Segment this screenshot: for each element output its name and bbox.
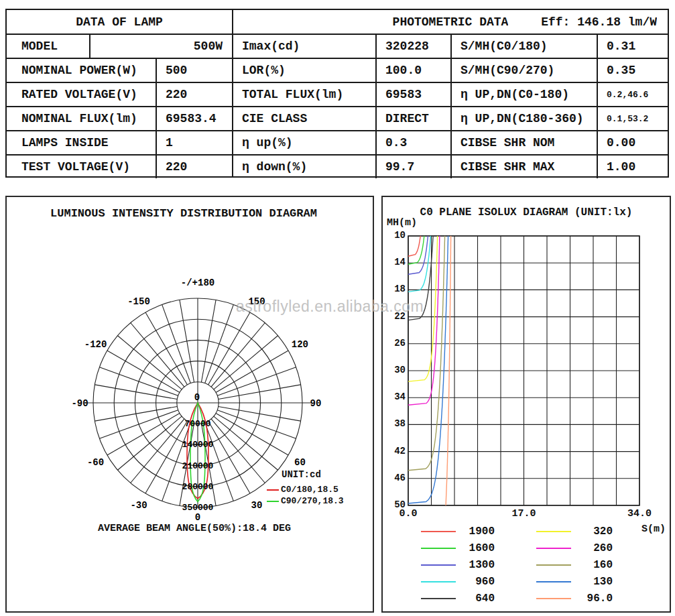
contour-value-label: 320 [571,526,613,538]
contour-value-label: 640 [456,593,495,605]
lamp-row-label: TEST VOLTAGE(V) [7,156,156,178]
legend-item: C90/270,18.3 [267,495,344,507]
photo-label: CIBSE SHR NOM [450,131,597,154]
svg-text:280000: 280000 [182,482,214,492]
photo-value: 320228 [375,35,450,58]
table-row: η down(%) 99.7 CIBSE SHR MAX 1.00 [233,154,668,178]
lamp-row-value: 500W [89,35,232,58]
legend-item: 640 [421,592,495,605]
table-row: CIE CLASS DIRECT η UP,DN(C180-360) 0.1,5… [233,106,668,130]
photo-value: 69583 [375,83,450,106]
polar-legend: UNIT:cd C0/180,18.5 C90/270,18.3 [267,469,344,507]
table-row: LAMPS INSIDE 1 [7,130,232,154]
lamp-row-label: MODEL [7,35,89,58]
legend-item: 1900 [421,525,495,538]
photo-label: η down(%) [233,156,375,178]
svg-text:-/+180: -/+180 [181,278,214,288]
photo-label: η up(%) [233,131,375,154]
contour-value-label: 1300 [456,559,495,571]
photo-label: CIE CLASS [233,107,375,130]
y-tick-label: 38 [383,419,406,428]
table-row: NOMINAL FLUX(lm) 69583.4 [7,106,232,130]
photometric-report: DATA OF LAMP MODEL 500W NOMINAL POWER(W)… [0,0,675,616]
y-tick-label: 18 [383,284,406,294]
average-beam-angle-caption: AVERAGE BEAM ANGLE(50%):18.4 DEG [13,523,375,534]
photo-value: 0.3 [375,131,450,154]
lamp-row-label: NOMINAL POWER(W) [7,59,156,82]
legend-item: 1300 [421,558,495,572]
photo-label: S/MH(C90/270) [450,59,597,82]
photometric-section-title: PHOTOMETRIC DATA [393,10,509,34]
table-row: LOR(%) 100.0 S/MH(C90/270) 0.35 [233,58,668,82]
c90-270-line-swatch [267,501,279,502]
svg-text:-150: -150 [127,296,150,307]
contour-value-label: 260 [571,542,613,554]
contour-value-label: 130 [571,576,613,588]
photo-value: 1.00 [597,156,668,178]
lamp-section-title: DATA OF LAMP [7,10,232,34]
photo-value: 100.0 [375,59,450,82]
table-row: TOTAL FLUX(lm) 69583 η UP,DN(C0-180) 0.2… [233,82,668,106]
table-row: RATED VOLTAGE(V) 220 [7,82,232,106]
lamp-data-section: DATA OF LAMP MODEL 500W NOMINAL POWER(W)… [7,10,232,176]
contour-value-label: 1900 [456,526,495,538]
contour-line-swatch [421,581,456,582]
photo-value: 0.00 [597,131,668,154]
data-table: DATA OF LAMP MODEL 500W NOMINAL POWER(W)… [5,9,669,178]
svg-text:90: 90 [310,398,322,409]
photo-value: 0.31 [597,35,668,58]
legend-item: 130 [536,575,613,589]
legend-label: C90/270,18.3 [281,496,344,506]
c0-180-line-swatch [267,489,279,491]
y-tick-label: 34 [383,392,406,402]
photo-label: η UP,DN(C180-360) [450,107,597,130]
contour-value-label: 160 [571,559,613,571]
contour-line-swatch [421,598,456,599]
photo-value: 0.35 [597,59,668,82]
svg-text:70000: 70000 [184,419,210,429]
lamp-row-label: RATED VOLTAGE(V) [7,83,156,106]
x-tick-label: 17.0 [505,508,543,519]
contour-line-swatch [421,564,456,566]
x-tick-label: 34.0 [621,508,658,519]
photo-label: TOTAL FLUX(lm) [233,83,375,106]
luminous-intensity-panel: LUMINOUS INTENSITY DISTRIBUTION DIAGRAM … [5,196,374,613]
table-row: MODEL 500W [7,34,232,58]
polar-intensity-chart: 700001400002100002800003500000-/+1801501… [7,197,373,611]
lamp-row-label: LAMPS INSIDE [7,131,156,154]
legend-item: 320 [536,525,613,538]
svg-text:140000: 140000 [182,440,214,450]
lamp-row-value: 1 [156,131,232,154]
y-tick-label: 46 [383,473,406,483]
table-row: NOMINAL POWER(W) 500 [7,58,232,82]
legend-item: 1600 [421,542,495,555]
table-row: TEST VOLTAGE(V) 220 [7,154,232,178]
svg-text:120: 120 [292,339,308,350]
photo-label: LOR(%) [233,59,375,82]
legend-label: C0/180,18.5 [281,485,339,495]
photo-label: CIBSE SHR MAX [450,156,597,178]
table-row: Imax(cd) 320228 S/MH(C0/180) 0.31 [233,34,668,58]
photo-value: 99.7 [375,156,450,178]
y-tick-label: 10 [383,231,406,240]
svg-text:-60: -60 [87,457,104,468]
contour-line-swatch [536,598,571,599]
contour-line-swatch [421,531,456,532]
legend-item: C0/180,18.5 [267,484,344,495]
contour-line-swatch [421,548,456,549]
svg-text:350000: 350000 [182,503,214,513]
lamp-row-value: 500 [156,59,232,82]
photometric-data-section: PHOTOMETRIC DATA Eff: 146.18 lm/W Imax(c… [232,10,668,176]
lamp-row-value: 220 [156,156,232,178]
photo-value: DIRECT [375,107,450,130]
y-tick-label: 14 [383,257,406,267]
y-tick-label: 26 [383,338,406,348]
x-axis-label: S(m) [628,523,666,535]
y-tick-label: 30 [383,365,406,375]
polar-unit-label: UNIT:cd [282,469,344,480]
contour-line-swatch [536,531,571,532]
lamp-row-value: 220 [156,83,232,106]
efficacy-value: Eff: 146.18 lm/W [541,10,657,34]
svg-text:-30: -30 [130,500,147,511]
photo-value: 0.1,53.2 [597,107,668,130]
